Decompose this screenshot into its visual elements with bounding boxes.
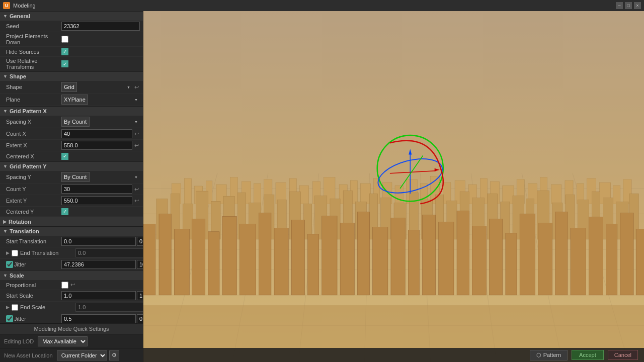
svg-rect-107 [373,227,388,295]
end-scale-toggle[interactable]: ▶ End Scale [0,302,143,313]
count-y-input[interactable] [61,185,132,194]
hide-sources-label: Hide Sources [6,49,61,55]
translation-jitter-row: Jitter ↩ [0,259,143,270]
title-bar-text: Modeling [13,3,613,9]
grid-x-label: Grid Pattern X [10,108,47,114]
spacing-y-row: Spacing Y By Count [0,171,143,184]
svg-rect-100 [259,213,271,295]
seed-input[interactable] [61,22,140,31]
end-scale-value [75,303,143,312]
shape-prop-label: Shape [6,84,61,90]
spacing-y-select[interactable]: By Count [61,172,90,182]
project-elements-checkbox[interactable] [61,36,68,43]
start-translation-value [61,237,143,246]
centered-y-label: Centered Y [6,209,61,215]
centered-y-checkbox[interactable]: ✓ [61,208,68,215]
folder-select[interactable]: Current Folder [57,350,107,360]
extent-x-input[interactable] [61,141,132,150]
relative-transforms-checkbox[interactable]: ✓ [61,60,68,67]
shape-select[interactable]: Grid [61,82,77,92]
proportional-label: Proportional [6,282,61,288]
project-elements-label: Project Elements Down [6,33,61,45]
end-scale-x[interactable] [75,303,143,312]
count-x-input[interactable] [61,129,132,138]
end-scale-checkbox[interactable] [12,304,18,311]
proportional-reset[interactable]: ↩ [69,282,76,288]
svg-rect-36 [395,186,403,204]
svg-rect-108 [391,218,405,295]
pattern-button[interactable]: ⬡ Pattern [530,350,568,360]
end-translation-toggle[interactable]: ▶ End Translation [0,247,143,259]
svg-rect-28 [299,186,308,204]
count-x-row: Count X ↩ [0,128,143,140]
cancel-button[interactable]: Cancel [608,350,638,360]
centered-x-label: Centered X [6,153,61,159]
centered-x-checkbox[interactable]: ✓ [61,153,68,160]
accept-button[interactable]: Accept [572,350,604,360]
translation-jitter-inputs [61,260,143,269]
translation-label: Translation [10,228,39,234]
count-x-reset-button[interactable]: ↩ [133,131,140,137]
start-scale-y[interactable] [137,291,143,300]
start-translation-row: Start Translation [0,236,143,247]
extent-y-input[interactable] [61,196,132,205]
svg-rect-110 [422,215,435,295]
relative-transforms-value: ✓ [61,60,140,67]
hide-sources-checkbox[interactable]: ✓ [61,48,68,55]
section-scale[interactable]: ▼ Scale [0,270,143,280]
viewport-bottom-bar: ⬡ Pattern Accept Cancel [143,348,644,362]
plane-select[interactable]: XYPlane [61,95,88,105]
svg-rect-49 [551,185,561,204]
scale-jitter-label: Jitter [14,316,26,322]
close-button[interactable]: × [634,2,641,9]
start-scale-label: Start Scale [6,293,61,299]
translation-jitter-y[interactable] [137,260,143,269]
seed-value [61,22,140,31]
svg-rect-54 [613,186,620,204]
general-label: General [10,13,30,19]
start-translation-x[interactable] [61,237,136,246]
spacing-x-select[interactable]: By Count [61,117,90,127]
end-translation-x[interactable] [75,248,143,257]
start-translation-inputs [61,237,143,246]
proportional-checkbox[interactable] [61,282,68,289]
end-translation-inputs [75,248,143,257]
scale-jitter-checkbox[interactable] [6,315,13,322]
start-scale-x[interactable] [61,291,136,300]
section-grid-x[interactable]: ▼ Grid Pattern X [0,106,143,116]
count-x-value: ↩ [61,129,140,138]
section-rotation[interactable]: ▶ Rotation [0,217,143,226]
centered-x-row: Centered X ✓ [0,151,143,161]
translation-jitter-x[interactable] [61,260,136,269]
start-translation-y[interactable] [137,237,143,246]
settings-button[interactable]: ⚙ [109,350,119,360]
section-translation[interactable]: ▼ Translation [0,226,143,236]
section-shape[interactable]: ▼ Shape [0,71,143,81]
panel-scroll[interactable]: ▼ General Seed Project Elements Down Hid… [0,11,143,323]
svg-rect-98 [222,217,236,295]
extent-y-reset-button[interactable]: ↩ [133,198,140,204]
shape-prop-value: Grid ↩ [61,82,140,92]
quick-settings-bar[interactable]: Modeling Mode Quick Settings [0,323,143,334]
shape-reset-button[interactable]: ↩ [133,84,140,90]
new-asset-location-label: New Asset Location [4,352,53,358]
end-translation-checkbox[interactable] [12,250,18,256]
svg-rect-67 [303,204,311,239]
scale-jitter-value: ↩ [61,314,143,323]
svg-rect-119 [571,228,586,295]
section-grid-y[interactable]: ▼ Grid Pattern Y [0,161,143,171]
minimize-button[interactable]: – [616,2,623,9]
svg-rect-112 [457,211,469,295]
bottom-bar: Editing LOD Max Available [0,334,143,348]
pattern-btn-label: Pattern [543,352,561,358]
extent-x-reset-button[interactable]: ↩ [133,142,140,149]
translation-jitter-checkbox[interactable] [6,261,13,268]
maximize-button[interactable]: □ [625,2,632,9]
count-y-reset-button[interactable]: ↩ [133,186,140,193]
folder-section: Current Folder ⚙ [57,350,119,360]
scale-jitter-x[interactable] [61,314,136,323]
scale-jitter-y[interactable] [137,314,143,323]
lod-select[interactable]: Max Available [38,336,88,346]
pattern-icon: ⬡ [536,352,541,358]
section-general[interactable]: ▼ General [0,11,143,21]
